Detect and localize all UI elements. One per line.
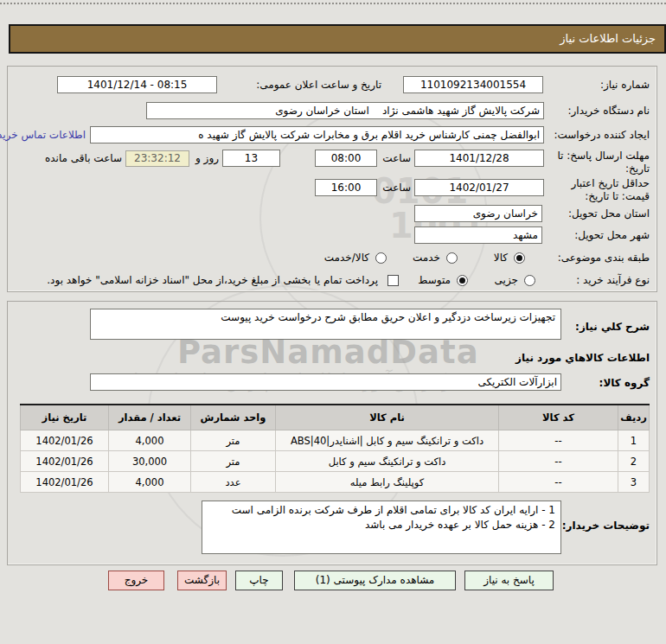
need-number-label: شماره نیاز: (600, 79, 650, 91)
goods-info-panel: شرح کلي نیاز: تجهیزات زیرساخت دزدگیر و ا… (7, 301, 657, 565)
need-description-label: شرح کلي نیاز: (575, 321, 650, 333)
classification-label: طبقه بندی موضوعی: (558, 252, 650, 264)
process-type-label: نوع فرآیند خرید : (576, 274, 650, 286)
cell-name: کوپلینگ رابط میله (276, 472, 499, 493)
hours-remaining-label: ساعت باقی مانده (45, 152, 122, 164)
buyer-note-line: 1 - ارایه ایران کد کالا برای تمامی اقلام… (208, 503, 555, 518)
goods-group-label: گروه کالا: (599, 377, 650, 389)
view-attachments-button[interactable]: مشاهده مدارک پیوستی (1) (294, 571, 456, 590)
cell-qty: 4,000 (109, 430, 191, 451)
cell-unit: متر (191, 430, 276, 451)
cell-unit: متر (191, 451, 276, 472)
cell-qty: 30,000 (109, 451, 191, 472)
print-button[interactable]: چاپ (235, 571, 283, 590)
respond-button[interactable]: پاسخ به نیاز (464, 571, 554, 590)
validity-time-field[interactable]: 16:00 (315, 179, 377, 196)
request-creator-field[interactable]: ابوالفضل چمنی کارشناس خرید اقلام برق و م… (90, 126, 544, 143)
cell-row: 2 (618, 451, 650, 472)
table-row: 1 -- داکت و ترانکینگ سیم و کابل |اشنایدر… (21, 430, 650, 451)
cell-unit: عدد (191, 472, 276, 493)
cell-qty: 4,000 (109, 472, 191, 493)
col-row: ردیف (618, 405, 650, 430)
goods-group-field[interactable]: ابزارآلات الکتریکی (90, 373, 561, 391)
buyer-notes-field[interactable]: 1 - ارایه ایران کد کالا برای تمامی اقلام… (202, 501, 561, 554)
deadline-date-field[interactable]: 1401/12/28 (414, 150, 544, 167)
delivery-province-label: استان محل تحویل: (568, 207, 650, 220)
cell-code: -- (499, 472, 618, 493)
col-name: نام کالا (276, 405, 499, 430)
need-description-field[interactable]: تجهیزات زیرساخت دزدگیر و اعلان حریق مطاب… (90, 309, 561, 340)
price-validity-label2: قیمت: تا تاریخ: (585, 190, 650, 202)
need-details-page: 0101 1001 ParsNamadData مرکز فن آوری اطل… (0, 0, 666, 644)
buyer-notes-label: توضیحات خریدار: (562, 520, 650, 532)
buyer-org-label: نام دستگاه خریدار: (568, 105, 650, 117)
cell-date: 1402/01/26 (21, 430, 109, 451)
col-code: کد کالا (499, 405, 618, 430)
deadline-time-field[interactable]: 08:00 (315, 150, 377, 167)
top-dotted-divider (0, 3, 666, 4)
countdown-timer: 23:32:12 (125, 150, 189, 167)
delivery-city-label: شهر محل تحویل: (574, 229, 650, 241)
response-deadline-label: مهلت ارسال پاسخ: تا (557, 150, 650, 162)
radio-goods-service-label: کالا/خدمت (324, 252, 369, 264)
radio-service-label: خدمت (413, 252, 440, 264)
table-row: 2 -- داکت و ترانکینگ سیم و کابل متر 30,0… (21, 451, 650, 472)
exit-button[interactable]: خروج (108, 571, 164, 590)
col-qty: تعداد / مقدار (109, 405, 191, 430)
response-deadline-label2: تاریخ: (625, 163, 650, 175)
cell-date: 1402/01/26 (21, 451, 109, 472)
buyer-contact-link[interactable]: اطلاعات تماس خریدار (0, 129, 86, 141)
validity-date-field[interactable]: 1402/01/27 (414, 179, 544, 196)
goods-section-header: اطلاعات کالاهاي مورد نیاز (516, 352, 650, 364)
days-and-label: روز و (195, 152, 219, 164)
cell-row: 1 (618, 430, 650, 451)
treasury-checkbox[interactable] (387, 275, 399, 286)
cell-name: داکت و ترانکینگ سیم و کابل (276, 451, 499, 472)
col-date: تاریخ نیاز (21, 405, 109, 430)
radio-medium[interactable] (457, 275, 468, 286)
cell-row: 3 (618, 472, 650, 493)
radio-goods[interactable] (514, 252, 525, 264)
announce-datetime-field[interactable]: 1401/12/14 - 08:15 (57, 76, 217, 93)
col-unit: واحد شمارش (191, 405, 276, 430)
table-row: 3 -- کوپلینگ رابط میله عدد 4,000 1402/01… (21, 472, 650, 493)
buyer-org-field[interactable]: شرکت پالایش گاز شهید هاشمی نژاد استان خر… (146, 102, 544, 119)
radio-minor-label: جزیی (495, 274, 518, 286)
treasury-note-label: پرداخت تمام یا بخشی از مبلغ خرید،از محل … (47, 274, 378, 286)
deadline-hour-label: ساعت (382, 152, 411, 164)
radio-medium-label: متوسط (418, 274, 451, 286)
cell-date: 1402/01/26 (21, 472, 109, 493)
price-validity-label: حداقل تاریخ اعتبار (571, 177, 650, 189)
page-title: جزئیات اطلاعات نیاز (9, 24, 666, 54)
general-info-panel: شماره نیاز: 1101092134001554 تاریخ و ساع… (7, 66, 657, 292)
validity-hour-label: ساعت (382, 182, 411, 194)
radio-minor[interactable] (524, 275, 535, 286)
need-number-field[interactable]: 1101092134001554 (403, 76, 543, 93)
delivery-city-field[interactable]: مشهد (414, 226, 542, 244)
back-button[interactable]: بازگشت (177, 571, 227, 590)
cell-code: -- (499, 451, 618, 472)
buyer-note-line: 2 - هزینه حمل کالا بر عهده خریدار می باش… (208, 518, 555, 532)
days-remaining-field[interactable]: 13 (222, 150, 280, 167)
request-creator-label: ایجاد کننده درخواست: (554, 129, 650, 141)
radio-service[interactable] (446, 252, 458, 264)
radio-goods-label: کالا (494, 252, 508, 264)
announce-datetime-label: تاریخ و ساعت اعلان عمومی: (256, 79, 381, 91)
cell-code: -- (499, 430, 618, 451)
cell-name: داکت و ترانکینگ سیم و کابل |اشنایدر|40|A… (276, 430, 499, 451)
delivery-province-field[interactable]: خراسان رضوی (414, 205, 542, 222)
radio-goods-service[interactable] (375, 252, 387, 264)
goods-table: ردیف کد کالا نام کالا واحد شمارش تعداد /… (20, 404, 650, 493)
goods-table-header-row: ردیف کد کالا نام کالا واحد شمارش تعداد /… (21, 405, 650, 430)
